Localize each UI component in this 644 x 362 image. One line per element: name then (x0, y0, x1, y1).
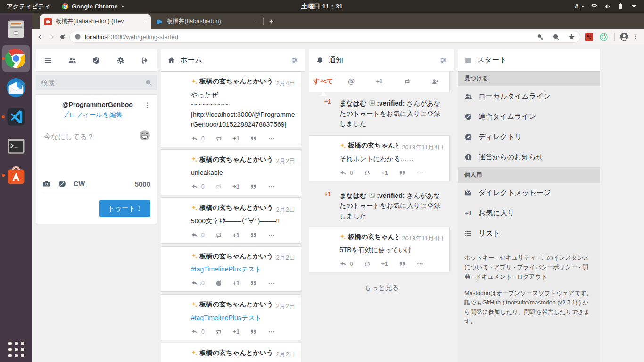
reply-button[interactable]: 0 (191, 328, 205, 336)
toot-timestamp[interactable]: 2月2日 (276, 350, 295, 359)
dock-item-chrome[interactable] (1, 44, 31, 73)
battery-icon[interactable] (617, 3, 624, 10)
password-key-icon[interactable] (537, 33, 544, 41)
more-button[interactable] (268, 183, 275, 190)
boost-button[interactable] (215, 328, 223, 336)
account-display-name[interactable]: 板橋の玄ちゃんとかいう… (191, 77, 272, 86)
more-button[interactable] (268, 135, 275, 142)
quote-button[interactable] (398, 169, 406, 177)
footer-link-logout[interactable]: ログアウト (517, 273, 547, 280)
show-applications-button[interactable] (8, 342, 24, 357)
boost-button[interactable] (215, 135, 223, 142)
close-tab-icon[interactable] (254, 19, 258, 24)
quote-button[interactable] (250, 280, 257, 287)
account-display-name[interactable]: 板橋の玄ちゃんとかいう… (191, 156, 272, 164)
toot[interactable]: 板橋の玄ちゃんと… 2018年11月4日 それホントにわかる…… 0 +1 (309, 136, 449, 181)
dock-item-thunderbird[interactable] (1, 73, 31, 102)
browser-menu-icon[interactable] (632, 33, 639, 41)
back-button[interactable] (37, 33, 45, 41)
toot-button[interactable]: トゥート！ (99, 200, 150, 217)
reply-button[interactable]: 0 (191, 280, 205, 287)
account-display-name[interactable]: 板橋の玄ちゃんとかいう… (191, 252, 272, 261)
search-input[interactable] (36, 75, 157, 90)
home-column-header[interactable]: ホーム (161, 49, 305, 71)
favourite-button[interactable]: +1 (381, 261, 388, 267)
bookmark-star-icon[interactable] (568, 33, 575, 41)
more-button[interactable] (416, 260, 424, 268)
toot[interactable]: 板橋の玄ちゃんとかいう… 2月2日 #tagTimelinePlusテスト 0 … (161, 343, 301, 362)
quote-button[interactable] (250, 231, 257, 239)
menu-bars-icon[interactable] (44, 56, 52, 65)
toot-timestamp[interactable]: 2018年11月4日 (402, 143, 444, 152)
toot[interactable]: 板橋の玄ちゃんとかいう… 2月2日 unleakable 0 +1 (161, 150, 301, 195)
federated-timeline-icon[interactable] (92, 56, 100, 65)
more-button[interactable] (268, 231, 275, 239)
reply-button[interactable]: 0 (191, 183, 205, 190)
close-tab-icon[interactable] (143, 19, 147, 24)
footer-link-apps[interactable]: アプリ (494, 264, 517, 271)
attach-media-icon[interactable] (42, 180, 51, 188)
extension-icon-red[interactable] (585, 33, 593, 41)
account-display-name[interactable]: 板橋の玄ちゃんとかいう… (191, 204, 272, 212)
nav-item-direct-messages[interactable]: ダイレクトメッセージ (458, 183, 600, 203)
favourite-button[interactable]: +1 (233, 183, 239, 190)
activities-button[interactable]: アクティビティ (0, 2, 57, 11)
account-display-name[interactable]: 板橋の玄ちゃんと… (339, 233, 398, 241)
address-bar[interactable]: localhost:3000/web/getting-started (69, 31, 580, 43)
filter-boosts-tab[interactable] (393, 71, 421, 92)
account-menu-icon[interactable] (143, 101, 151, 109)
browser-tab-active[interactable]: 板橋丼(Itabashi-don) (Dev (40, 14, 151, 29)
toot-timestamp[interactable]: 2月2日 (276, 302, 295, 311)
boost-button[interactable] (363, 169, 371, 177)
edit-profile-link[interactable]: プロフィールを編集 (62, 111, 141, 119)
quote-button[interactable] (250, 183, 257, 190)
quote-button[interactable] (250, 135, 257, 142)
toot-timestamp[interactable]: 2月2日 (276, 157, 295, 165)
page-info-icon[interactable] (74, 33, 81, 40)
boost-button[interactable] (363, 260, 371, 268)
emoji-picker-button[interactable] (138, 129, 151, 142)
github-repo-link[interactable]: tootsuite/mastodon (506, 299, 556, 306)
account-display-name[interactable]: 板橋の玄ちゃんとかいう… (191, 300, 272, 309)
account-display-name[interactable]: 板橋の玄ちゃんとかいう… (191, 349, 272, 357)
settings-gear-icon[interactable] (116, 56, 125, 65)
wifi-icon[interactable] (591, 3, 598, 10)
filter-mentions-tab[interactable]: @ (337, 71, 365, 92)
reply-button[interactable]: 0 (339, 169, 353, 177)
local-timeline-icon[interactable] (68, 56, 76, 65)
more-button[interactable] (268, 280, 275, 287)
favourite-button[interactable]: +1 (233, 329, 239, 335)
quote-button[interactable] (250, 328, 257, 336)
browser-tab-inactive[interactable]: 板橋丼(Itabashi-don) (151, 14, 262, 29)
reply-button[interactable]: 0 (191, 135, 205, 142)
extension-icon-green[interactable] (600, 33, 608, 41)
footer-link-hotkeys[interactable]: ホットキー (464, 255, 500, 261)
dock-item-ubuntu-software[interactable] (1, 161, 31, 190)
toot[interactable]: 板橋の玄ちゃんとかいう… 2月4日 やったぜ ~~~~~~~~~~ [http:… (161, 72, 301, 147)
boost-button[interactable] (215, 231, 223, 239)
nav-item-directory[interactable]: ディレクトリ (458, 127, 600, 147)
notification-favourite[interactable]: +1 まなはむ:verified: さんがあなたのトゥートをお気に入りに登録しま… (309, 184, 449, 227)
favourite-button[interactable]: +1 (233, 135, 239, 142)
account-handle[interactable]: @ProgrammerGenboo (62, 101, 141, 108)
nav-item-favourites[interactable]: +1 お気に入り (458, 203, 600, 223)
toot[interactable]: 板橋の玄ちゃんと… 2018年11月4日 5TBを有効に使っていけ 0 +1 (309, 227, 449, 272)
toot-timestamp[interactable]: 2月4日 (276, 79, 295, 88)
account-display-name[interactable]: 板橋の玄ちゃんと… (339, 141, 398, 150)
volume-muted-icon[interactable] (604, 3, 611, 10)
column-settings-icon[interactable] (291, 56, 299, 64)
nav-item-lists[interactable]: リスト (458, 223, 600, 244)
nav-item-local-timeline[interactable]: ローカルタイムライン (458, 86, 600, 107)
column-settings-icon[interactable] (439, 56, 447, 64)
reply-button[interactable]: 0 (339, 260, 353, 268)
toot-timestamp[interactable]: 2月2日 (276, 254, 295, 262)
system-menu-chevron-icon[interactable] (630, 3, 637, 10)
toot[interactable]: 板橋の玄ちゃんとかいう… 2月2日 #tagTimelinePlusテスト 0 … (161, 247, 301, 292)
favourite-button[interactable]: +1 (381, 170, 388, 176)
footer-link-privacy[interactable]: プライバシーポリシー (517, 264, 582, 271)
quote-button[interactable] (398, 260, 406, 268)
favourite-button[interactable]: +1 (233, 232, 239, 239)
logout-icon[interactable] (140, 56, 149, 65)
zoom-icon[interactable] (553, 33, 560, 41)
new-tab-button[interactable] (264, 15, 278, 28)
